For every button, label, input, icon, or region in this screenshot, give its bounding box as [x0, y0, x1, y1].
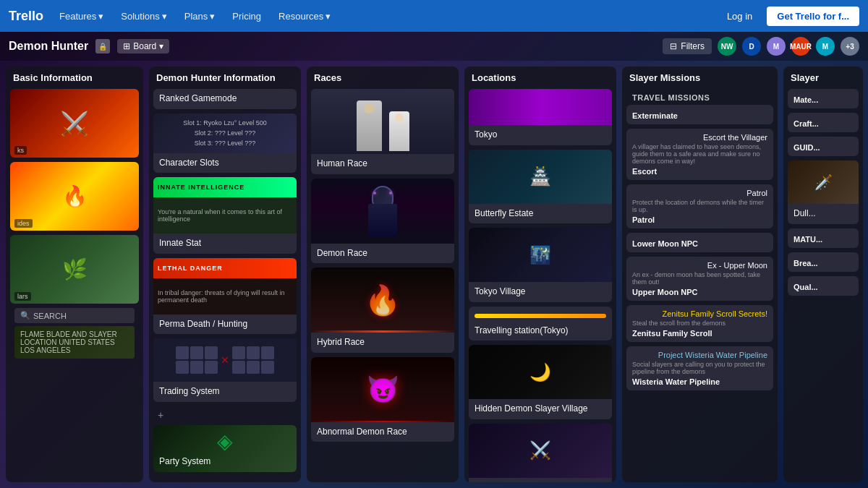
avatar-nw[interactable]: NW	[718, 37, 736, 56]
list-item[interactable]: Travelling station(Tokyo)	[469, 307, 612, 341]
card-label: ks	[14, 146, 27, 155]
list-item[interactable]: Tokyo	[469, 89, 612, 145]
slot-image: Slot 1: Ryoko Lzu° Level 500 Slot 2: ???…	[153, 114, 297, 153]
card-right-title: Project Wisteria Water Pipeline	[632, 351, 767, 359]
nav-pricing[interactable]: Pricing	[225, 7, 268, 26]
list-item[interactable]: 🌿 lars	[10, 235, 139, 304]
list-item[interactable]: Mate...	[788, 89, 859, 108]
card-title: Travelling station(Tokyo)	[475, 325, 606, 337]
list-item[interactable]: Escort the Villager A villager has claim…	[626, 129, 773, 180]
abnormal-demon-race-image: 😈	[311, 357, 454, 422]
list-item[interactable]: 🌙 Hidden Demon Slayer Village	[469, 345, 612, 419]
list-item[interactable]: Brea...	[788, 252, 859, 272]
tokyo-village-image: 🌃	[469, 228, 612, 282]
travelling-station-content	[469, 307, 612, 325]
card-right-title: Patrol	[632, 189, 767, 197]
list-item[interactable]: Ex - Upper Moon An ex - demon moon has b…	[626, 257, 773, 301]
card-title: GUID...	[793, 143, 853, 152]
column-header-locations: Locations	[464, 67, 616, 89]
search-icon: 🔍	[20, 311, 30, 320]
demon-race-image	[311, 179, 454, 244]
card-title: Craft...	[793, 119, 853, 128]
card-title: Hidden Demon Slayer Village	[475, 403, 606, 415]
card-title: Demon Race	[317, 248, 448, 260]
hidden-village-image: 🌙	[469, 345, 612, 399]
card-title: MATU...	[793, 235, 853, 244]
column-body-races: Human Race Demon Race	[307, 89, 459, 482]
avatar-more[interactable]: +3	[841, 37, 859, 56]
list-item[interactable]: 🔥 ides	[10, 162, 139, 231]
list-item[interactable]: Qual...	[788, 276, 859, 296]
list-item[interactable]: 🏯 Butterfly Estate	[469, 150, 612, 224]
card-right-title: Ex - Upper Moon	[632, 261, 767, 270]
card-title: Qual...	[793, 283, 853, 291]
search-bar[interactable]: 🔍 SEARCH	[14, 308, 135, 323]
column-demon-hunter-info: Demon Hunter Information Ranked Gamemode…	[149, 67, 301, 482]
list-item[interactable]: Craft...	[788, 113, 859, 132]
list-item[interactable]: 😈 Abnormal Demon Race	[311, 357, 454, 442]
list-item[interactable]: Zenitsu Family Scroll Secrets! Steal the…	[626, 305, 773, 342]
add-card-area: +	[153, 406, 297, 424]
card-title: Butterfly Estate	[475, 208, 606, 220]
nav-plans[interactable]: Plans ▾	[177, 7, 223, 26]
list-item[interactable]: GUID...	[788, 137, 859, 156]
list-item[interactable]: Ranked Gamemode	[153, 89, 297, 109]
trello-logo: Trello	[9, 9, 43, 24]
column-races: Races	[307, 67, 459, 482]
card-title: Innate Stat	[159, 238, 291, 249]
list-item[interactable]: 🔥 Hybrid Race	[311, 267, 454, 353]
avatar-maur[interactable]: MAUR	[791, 37, 810, 56]
avatar-d[interactable]: D	[742, 37, 761, 56]
nav-resources[interactable]: Resources ▾	[271, 7, 338, 26]
card-label: Upper Moon NPC	[632, 288, 767, 296]
list-item[interactable]: INNATE INTELLIGENCE You're a natural whe…	[153, 177, 297, 254]
card-title: Tokyo Village	[475, 286, 606, 298]
board-private-icon[interactable]: 🔒	[95, 39, 110, 53]
card-label: Wisteria Water Pipeline	[632, 377, 767, 386]
list-item[interactable]: 🗡️ Dull...	[788, 160, 859, 224]
list-item[interactable]: Slot 1: Ryoko Lzu° Level 500 Slot 2: ???…	[153, 114, 297, 174]
list-item[interactable]: ⚔️ ks	[10, 89, 139, 158]
avatar-m1[interactable]: M	[767, 37, 786, 56]
list-item[interactable]: Human Race	[311, 89, 454, 174]
list-item[interactable]: ⚔️ Slayer Node Shop	[469, 424, 612, 482]
column-slayer-missions: Slayer Missions TRAVEL MISSIONS Extermin…	[622, 67, 778, 482]
list-item[interactable]: Demon Race	[311, 179, 454, 264]
list-item[interactable]: Exterminate	[626, 105, 773, 124]
tokyo-banner	[469, 89, 612, 125]
login-button[interactable]: Log in	[718, 7, 761, 26]
column-body-slayer-partial: Mate... Craft... GUID... 🗡️ Dull... MATU…	[783, 89, 863, 482]
card-title: Brea...	[793, 259, 853, 267]
human-race-image	[311, 89, 454, 154]
get-trello-button[interactable]: Get Trello for f...	[767, 7, 859, 26]
list-item[interactable]: Lower Moon NPC	[626, 233, 773, 252]
list-item[interactable]: ✕ Trading System	[153, 338, 297, 402]
column-basic-info: Basic Information ⚔️ ks 🔥 ides 🌿 lars 🔍 …	[6, 67, 143, 482]
column-body-locations: Tokyo 🏯 Butterfly Estate 🌃 Tokyo Village	[464, 89, 616, 482]
card-title: Perma Death / Hunting	[159, 319, 291, 330]
card-title: Trading System	[159, 386, 291, 398]
card-title: Party System	[159, 456, 291, 468]
chevron-down-icon: ▾	[162, 11, 167, 22]
card-title: Character Slots	[159, 158, 291, 169]
card-label: Patrol	[632, 215, 767, 224]
board-view-selector[interactable]: ⊞ Board ▾	[117, 39, 169, 53]
avatar-m2[interactable]: M	[816, 37, 835, 56]
list-item[interactable]: Project Wisteria Water Pipeline Social s…	[626, 346, 773, 390]
list-item[interactable]: 🌃 Tokyo Village	[469, 228, 612, 302]
board-grid-icon: ⊞	[123, 41, 130, 51]
card-title: Human Race	[317, 158, 448, 170]
nav-solutions[interactable]: Solutions ▾	[114, 7, 174, 26]
list-item[interactable]: ◈ Party System	[153, 425, 297, 472]
board-content: Basic Information ⚔️ ks 🔥 ides 🌿 lars 🔍 …	[0, 61, 868, 488]
column-header-slayer-partial: Slayer	[783, 67, 863, 89]
bottom-info-card[interactable]: FLAME BLADE AND SLAYER LOCATION UNITED S…	[14, 326, 135, 359]
list-item[interactable]: LETHAL DANGER In tribal danger: threats …	[153, 258, 297, 335]
card-right-title: Zenitsu Family Scroll Secrets!	[632, 309, 767, 318]
column-locations: Locations Tokyo 🏯 Butterfly Estate 🌃	[464, 67, 616, 482]
nav-features[interactable]: Features ▾	[52, 7, 111, 26]
list-item[interactable]: MATU...	[788, 228, 859, 248]
column-header-slayer-missions: Slayer Missions	[622, 67, 778, 89]
list-item[interactable]: Patrol Protect the location of demons wh…	[626, 184, 773, 228]
filters-button[interactable]: ⊟ Filters	[663, 38, 712, 54]
